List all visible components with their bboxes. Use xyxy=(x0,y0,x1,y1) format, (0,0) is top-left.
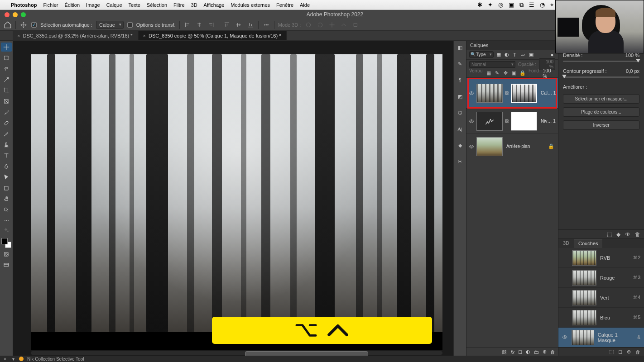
wand-tool[interactable] xyxy=(1,75,12,84)
invert-button[interactable]: Inverser xyxy=(563,120,639,130)
eyedropper-tool[interactable] xyxy=(1,108,12,117)
delete-channel-icon[interactable]: 🗑 xyxy=(635,349,640,355)
adjustment-layer-icon[interactable] xyxy=(476,112,503,131)
panel-icon[interactable]: ◆ xyxy=(456,141,465,149)
menu-layer[interactable]: Calque xyxy=(106,2,122,8)
canvas-area[interactable] xyxy=(13,41,453,356)
status-icon[interactable]: ✱ xyxy=(477,1,482,8)
more-align-icon[interactable] xyxy=(262,21,270,29)
type-tool[interactable] xyxy=(1,151,12,160)
layer-name[interactable]: Cal… 1 xyxy=(539,90,556,95)
auto-select-target-dropdown[interactable]: Calque xyxy=(96,21,124,29)
delete-layer-icon[interactable]: 🗑 xyxy=(550,349,555,355)
layer-mask-thumbnail[interactable] xyxy=(511,84,537,103)
load-channel-selection-icon[interactable]: ⬚ xyxy=(609,349,614,355)
move-tool-icon[interactable] xyxy=(19,21,28,29)
zoom-window-button[interactable] xyxy=(21,12,26,17)
layer-mask-link-icon[interactable]: ⛓ xyxy=(505,90,509,95)
layer-fx-icon[interactable]: fx xyxy=(510,349,514,355)
color-range-button[interactable]: Plage de couleurs... xyxy=(563,107,639,117)
status-icon[interactable]: ◔ xyxy=(540,1,545,8)
panel-icon[interactable]: ✎ xyxy=(456,60,465,68)
healing-tool[interactable] xyxy=(1,119,12,128)
panel-icon[interactable]: ◧ xyxy=(456,43,465,52)
new-channel-icon[interactable]: ⊕ xyxy=(627,349,631,355)
blend-mode-dropdown[interactable]: Normal xyxy=(469,61,515,68)
edit-toolbar[interactable]: ⋯ xyxy=(1,216,12,225)
app-name[interactable]: Photoshop xyxy=(11,2,37,8)
apply-mask-icon[interactable]: ◆ xyxy=(616,231,620,238)
channel-thumbnail[interactable] xyxy=(572,250,596,266)
color-switch-icon[interactable] xyxy=(1,227,12,233)
menu-filter[interactable]: Filtre xyxy=(173,2,184,8)
panel-icon[interactable]: ◩ xyxy=(456,92,465,100)
menu-help[interactable]: Aide xyxy=(300,2,310,8)
path-select-tool[interactable] xyxy=(1,173,12,182)
tab-channels[interactable]: Couches xyxy=(574,239,602,248)
lock-pixels-icon[interactable]: ✎ xyxy=(495,70,500,76)
close-tab-icon[interactable]: × xyxy=(143,33,146,38)
shape-tool[interactable] xyxy=(1,184,12,193)
menu-text[interactable]: Texte xyxy=(129,2,140,8)
lasso-tool[interactable] xyxy=(1,64,12,73)
menu-window[interactable]: Fenêtre xyxy=(276,2,293,8)
new-layer-icon[interactable]: ⊕ xyxy=(543,349,547,355)
feather-slider[interactable] xyxy=(563,76,639,78)
traffic-lights[interactable] xyxy=(0,12,26,17)
lock-position-icon[interactable]: ✥ xyxy=(503,70,508,76)
panel-icon[interactable]: ✂ xyxy=(456,157,465,166)
filter-adjust-icon[interactable]: ◐ xyxy=(504,52,510,58)
close-window-button[interactable] xyxy=(5,12,10,17)
align-bottom-icon[interactable] xyxy=(246,21,255,29)
crop-tool[interactable] xyxy=(1,86,12,95)
new-group-icon[interactable]: 🗀 xyxy=(534,349,539,355)
channel-row[interactable]: RVB ⌘2 xyxy=(558,248,644,268)
layer-visibility-toggle[interactable] xyxy=(468,144,475,149)
select-and-mask-button[interactable]: Sélectionner et masquer... xyxy=(563,94,639,104)
status-icon[interactable]: ⌖ xyxy=(550,1,553,9)
layer-name[interactable]: Arrière-plan xyxy=(505,144,530,149)
hand-tool[interactable] xyxy=(1,195,12,204)
panel-icon[interactable]: A| xyxy=(456,125,465,133)
add-mask-icon[interactable]: ◻ xyxy=(518,349,522,355)
channel-thumbnail[interactable] xyxy=(572,330,594,345)
layer-mask-thumbnail[interactable] xyxy=(511,112,537,131)
channel-row[interactable]: Rouge ⌘3 xyxy=(558,268,644,288)
align-right-icon[interactable] xyxy=(207,21,215,29)
align-left-icon[interactable] xyxy=(183,21,192,29)
pen-tool[interactable] xyxy=(1,162,12,171)
panel-icon[interactable]: ¶ xyxy=(456,76,465,84)
menu-plugins[interactable]: Modules externes xyxy=(231,2,270,8)
nik-collection-bar[interactable]: × ▾ Nik Collection Selective Tool xyxy=(0,356,644,362)
menu-file[interactable]: Fichier xyxy=(43,2,58,8)
horizontal-scrollbar[interactable] xyxy=(31,351,442,355)
menu-3d[interactable]: 3D xyxy=(191,2,197,8)
align-hcenter-icon[interactable] xyxy=(195,21,203,29)
home-button[interactable] xyxy=(4,21,12,29)
filter-type-icon[interactable]: T xyxy=(512,52,518,58)
stamp-tool[interactable] xyxy=(1,140,12,149)
brush-tool[interactable] xyxy=(1,129,12,138)
layer-thumbnail[interactable] xyxy=(476,84,503,103)
layer-visibility-toggle[interactable] xyxy=(468,119,475,124)
status-icon[interactable]: ▣ xyxy=(509,1,514,8)
collapse-icon[interactable]: ▾ xyxy=(11,357,15,362)
close-tab-icon[interactable]: × xyxy=(17,33,20,38)
scrollbar-thumb[interactable] xyxy=(245,351,369,356)
tab-3d[interactable]: 3D xyxy=(558,239,574,248)
filter-smart-icon[interactable]: ▣ xyxy=(528,52,534,58)
move-tool[interactable] xyxy=(1,43,12,52)
channel-visibility[interactable] xyxy=(562,334,568,341)
layer-row[interactable]: Arrière-plan 🔒 xyxy=(466,134,558,159)
filter-pixel-icon[interactable]: ▦ xyxy=(495,52,502,58)
status-icon[interactable]: ◎ xyxy=(498,1,503,8)
document-tab[interactable]: × DSC_8350 copie @ 50% (Calque 1, Masque… xyxy=(139,31,287,40)
channel-row[interactable]: Bleu ⌘5 xyxy=(558,308,644,328)
layer-filter-kind-dropdown[interactable]: Type xyxy=(469,51,494,58)
disable-mask-icon[interactable]: 👁 xyxy=(625,231,630,238)
document-tab[interactable]: × DSC_8350.psd @ 63,2% (Arrière-plan, RV… xyxy=(13,31,139,40)
quickmask-button[interactable] xyxy=(1,250,12,259)
align-vcenter-icon[interactable] xyxy=(235,21,243,29)
layer-visibility-toggle[interactable] xyxy=(468,90,475,96)
frame-tool[interactable] xyxy=(1,97,12,106)
